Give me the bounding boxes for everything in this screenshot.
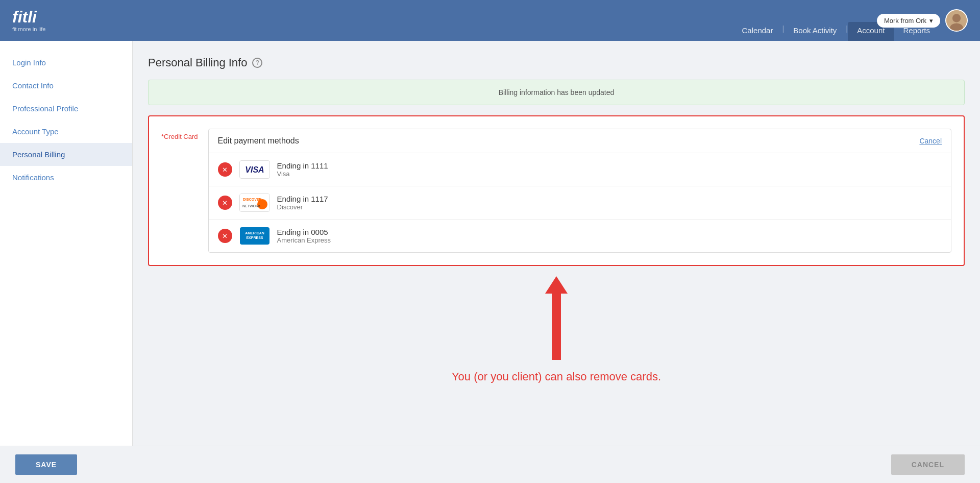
amex-logo: AMERICAN EXPRESS bbox=[239, 227, 270, 245]
card-1-info: Ending in 1111 Visa bbox=[277, 161, 328, 178]
card-1-type: Visa bbox=[277, 170, 328, 178]
page-title-text: Personal Billing Info bbox=[148, 56, 247, 69]
card-2-type: Discover bbox=[277, 203, 328, 211]
success-message: Billing information has been updated bbox=[499, 88, 615, 96]
chevron-down-icon: ▾ bbox=[929, 17, 933, 25]
table-row: AMERICAN EXPRESS Ending in 0005 American… bbox=[209, 220, 951, 252]
table-row: DISCOVER NETWORK Ending in 1117 Discover bbox=[209, 186, 951, 220]
card-2-ending: Ending in 1117 bbox=[277, 195, 328, 203]
main-content: Personal Billing Info ? Billing informat… bbox=[133, 41, 980, 483]
svg-text:AMERICAN: AMERICAN bbox=[245, 231, 264, 235]
sidebar-item-professional-profile[interactable]: Professional Profile bbox=[0, 97, 132, 120]
sidebar-item-personal-billing[interactable]: Personal Billing bbox=[0, 143, 132, 166]
visa-logo: VISA bbox=[239, 160, 270, 179]
page-title: Personal Billing Info ? bbox=[148, 56, 965, 69]
help-icon[interactable]: ? bbox=[252, 58, 262, 68]
credit-card-label-text: Credit Card bbox=[164, 133, 198, 140]
cancel-button[interactable]: CANCEL bbox=[891, 454, 965, 475]
header: fitli fit more in life Calendar | Book A… bbox=[0, 0, 980, 41]
credit-card-label: *Credit Card bbox=[161, 129, 198, 253]
edit-methods-box: Edit payment methods Cancel VISA Ending … bbox=[208, 129, 951, 253]
sidebar-item-account-type[interactable]: Account Type bbox=[0, 120, 132, 143]
nav-book-activity[interactable]: Book Activity bbox=[784, 22, 846, 41]
edit-methods-title: Edit payment methods bbox=[218, 136, 299, 146]
remove-card-1-button[interactable] bbox=[218, 162, 232, 177]
discover-logo: DISCOVER NETWORK bbox=[239, 194, 270, 212]
save-button[interactable]: SAVE bbox=[15, 454, 77, 475]
arrow-shaft bbox=[552, 294, 561, 360]
table-row: VISA Ending in 1111 Visa bbox=[209, 153, 951, 186]
user-pill[interactable]: Mork from Ork ▾ bbox=[877, 14, 940, 28]
sidebar-item-contact-info[interactable]: Contact Info bbox=[0, 74, 132, 97]
arrowhead bbox=[545, 276, 568, 294]
page-layout: Login Info Contact Info Professional Pro… bbox=[0, 41, 980, 483]
svg-point-1 bbox=[952, 14, 961, 22]
logo-sub: fit more in life bbox=[12, 26, 45, 32]
logo-text: fitli bbox=[12, 9, 45, 25]
avatar[interactable] bbox=[945, 9, 968, 32]
cancel-edit-link[interactable]: Cancel bbox=[919, 137, 942, 145]
payment-area: *Credit Card Edit payment methods Cancel… bbox=[148, 115, 965, 266]
sidebar: Login Info Contact Info Professional Pro… bbox=[0, 41, 133, 483]
annotation-text: You (or you client) can also remove card… bbox=[452, 370, 661, 383]
success-banner: Billing information has been updated bbox=[148, 80, 965, 105]
svg-text:EXPRESS: EXPRESS bbox=[246, 236, 263, 239]
arrow-up-icon bbox=[545, 276, 568, 360]
sidebar-item-login-info[interactable]: Login Info bbox=[0, 51, 132, 74]
card-3-type: American Express bbox=[277, 236, 331, 244]
card-2-info: Ending in 1117 Discover bbox=[277, 195, 328, 211]
svg-text:NETWORK: NETWORK bbox=[242, 204, 261, 208]
remove-card-2-button[interactable] bbox=[218, 196, 232, 210]
card-3-ending: Ending in 0005 bbox=[277, 228, 331, 236]
nav-calendar[interactable]: Calendar bbox=[733, 22, 782, 41]
annotation-area: You (or you client) can also remove card… bbox=[148, 276, 965, 383]
remove-card-3-button[interactable] bbox=[218, 229, 232, 243]
edit-methods-header: Edit payment methods Cancel bbox=[209, 129, 951, 153]
sidebar-item-notifications[interactable]: Notifications bbox=[0, 166, 132, 189]
user-area: Mork from Ork ▾ bbox=[877, 9, 968, 32]
card-1-ending: Ending in 1111 bbox=[277, 161, 328, 170]
logo[interactable]: fitli fit more in life bbox=[12, 9, 45, 32]
bottom-bar: SAVE CANCEL bbox=[0, 446, 980, 483]
user-name: Mork from Ork bbox=[884, 17, 926, 25]
card-3-info: Ending in 0005 American Express bbox=[277, 228, 331, 244]
svg-text:VISA: VISA bbox=[245, 165, 264, 174]
